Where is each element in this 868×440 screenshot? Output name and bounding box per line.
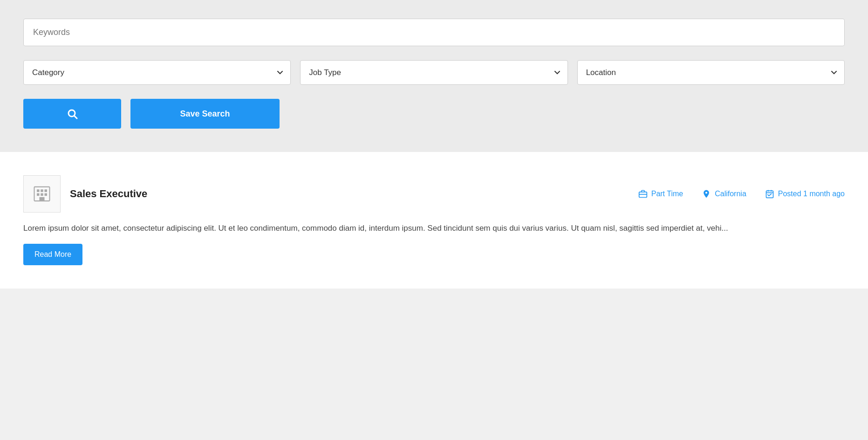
- read-more-button[interactable]: Read More: [23, 244, 82, 265]
- location-label: California: [715, 190, 746, 198]
- job-title: Sales Executive: [70, 188, 629, 200]
- keywords-input[interactable]: [23, 19, 845, 46]
- dropdowns-row: Category Technology Marketing Finance Sa…: [23, 60, 845, 85]
- building-icon: [32, 184, 52, 204]
- svg-rect-13: [766, 191, 773, 198]
- svg-rect-8: [45, 193, 48, 196]
- location-meta: California: [702, 189, 746, 199]
- category-select[interactable]: Category Technology Marketing Finance Sa…: [23, 60, 291, 85]
- keywords-row: [23, 19, 845, 46]
- svg-line-1: [75, 116, 77, 119]
- svg-rect-3: [37, 189, 40, 192]
- briefcase-icon: [638, 189, 648, 199]
- job-description: Lorem ipsum dolor sit amet, consectetur …: [23, 222, 845, 234]
- svg-rect-5: [45, 189, 48, 192]
- search-icon: [67, 108, 78, 119]
- buttons-row: Save Search: [23, 99, 845, 129]
- job-type-label: Part Time: [651, 190, 683, 198]
- svg-rect-7: [41, 193, 43, 196]
- posted-meta: Posted 1 month ago: [765, 189, 845, 199]
- search-button[interactable]: [23, 99, 121, 129]
- svg-point-12: [705, 192, 707, 193]
- location-select[interactable]: Location California New York Texas Flori…: [577, 60, 845, 85]
- job-card: Sales Executive Part Time California: [23, 166, 845, 275]
- company-logo: [23, 175, 61, 213]
- posted-label: Posted 1 month ago: [778, 190, 845, 198]
- location-icon: [702, 189, 711, 199]
- svg-rect-4: [41, 189, 43, 192]
- job-header: Sales Executive Part Time California: [23, 175, 845, 213]
- job-type-select[interactable]: Job Type Full Time Part Time Contract Fr…: [300, 60, 567, 85]
- calendar-icon: [765, 189, 774, 199]
- job-meta: Part Time California: [638, 189, 845, 199]
- svg-rect-9: [40, 197, 45, 201]
- svg-rect-10: [639, 192, 647, 198]
- search-section: Category Technology Marketing Finance Sa…: [0, 0, 868, 152]
- job-type-meta: Part Time: [638, 189, 683, 199]
- results-section: Sales Executive Part Time California: [0, 152, 868, 289]
- svg-rect-6: [37, 193, 40, 196]
- save-search-button[interactable]: Save Search: [130, 99, 280, 129]
